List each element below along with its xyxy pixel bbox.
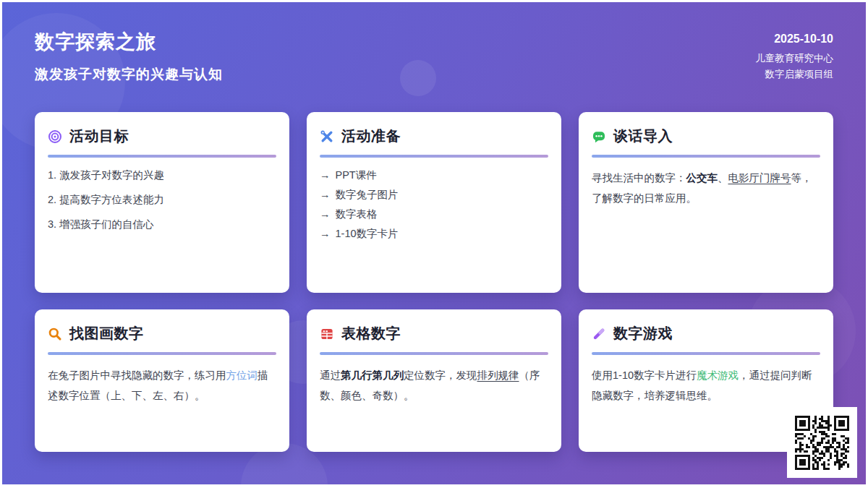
header-meta: 2025-10-10 儿童教育研究中心 数字启蒙项目组	[755, 33, 833, 82]
card-body: 使用1-10数字卡片进行魔术游戏，通过提问判断隐藏数字，培养逻辑思维。	[592, 365, 820, 406]
header: 数字探索之旅 激发孩子对数字的兴趣与认知	[35, 29, 223, 84]
table-icon	[320, 327, 334, 341]
card-body: 1. 激发孩子对数字的兴趣2. 提高数字方位表述能力3. 增强孩子们的自信心	[48, 168, 276, 232]
card-title: 表格数字	[341, 324, 401, 343]
text-segment-bold: 第几行第几列	[341, 369, 404, 381]
text-segment-underline: 电影厅门牌号	[728, 172, 791, 184]
card-title: 活动目标	[69, 127, 129, 146]
card-body: 在兔子图片中寻找隐藏的数字，练习用方位词描述数字位置（上、下、左、右）。	[48, 365, 276, 406]
card-body: →PPT课件→数字兔子图片→数字表格→1-10数字卡片	[320, 168, 548, 241]
card-paragraph: 通过第几行第几列定位数字，发现排列规律（序数、颜色、奇数）。	[320, 365, 548, 406]
arrow-icon: →	[320, 189, 331, 200]
org-line-1: 儿童教育研究中心	[755, 51, 833, 67]
card-title: 谈话导入	[613, 127, 673, 146]
card-divider	[48, 155, 276, 158]
text-segment-bold: 公交车	[686, 172, 718, 184]
decorative-circle	[400, 60, 436, 96]
target-icon	[48, 129, 62, 144]
chat-icon	[592, 129, 606, 144]
text-segment-blue: 方位词	[226, 369, 258, 381]
arrow-icon: →	[320, 169, 331, 181]
card-header: 活动目标	[48, 127, 276, 146]
card-paragraph: 使用1-10数字卡片进行魔术游戏，通过提问判断隐藏数字，培养逻辑思维。	[592, 365, 820, 406]
card-title: 数字游戏	[613, 324, 673, 343]
tools-icon	[320, 129, 334, 144]
card-title: 活动准备	[341, 127, 401, 146]
card-goals: 活动目标1. 激发孩子对数字的兴趣2. 提高数字方位表述能力3. 增强孩子们的自…	[35, 112, 289, 293]
card-header: 谈话导入	[592, 127, 820, 146]
cards-grid: 活动目标1. 激发孩子对数字的兴趣2. 提高数字方位表述能力3. 增强孩子们的自…	[35, 112, 833, 452]
page-title: 数字探索之旅	[35, 29, 223, 55]
list-item: 1. 激发孩子对数字的兴趣	[48, 168, 276, 183]
card-divider	[592, 155, 820, 158]
arrow-icon: →	[320, 208, 331, 220]
list-item: →PPT课件	[320, 168, 548, 183]
card-talk-intro: 谈话导入寻找生活中的数字：公交车、电影厅门牌号等，了解数字的日常应用。	[579, 112, 833, 293]
card-header: 活动准备	[320, 127, 548, 146]
card-divider	[48, 352, 276, 355]
text-segment: 通过	[320, 369, 341, 381]
card-divider	[320, 352, 548, 355]
list-item: →1-10数字卡片	[320, 226, 548, 241]
text-segment: 定位数字，发现	[404, 369, 477, 381]
text-segment-green: 魔术游戏	[697, 369, 739, 381]
page-subtitle: 激发孩子对数字的兴趣与认知	[35, 65, 223, 84]
card-paragraph: 在兔子图片中寻找隐藏的数字，练习用方位词描述数字位置（上、下、左、右）。	[48, 365, 276, 406]
text-segment: 寻找生活中的数字：	[592, 172, 686, 184]
card-header: 找图画数字	[48, 324, 276, 343]
list-item: 3. 增强孩子们的自信心	[48, 217, 276, 232]
card-body: 通过第几行第几列定位数字，发现排列规律（序数、颜色、奇数）。	[320, 365, 548, 406]
magnifier-icon	[48, 327, 62, 341]
list-item: →数字表格	[320, 207, 548, 222]
card-divider	[592, 352, 820, 355]
list-item: 2. 提高数字方位表述能力	[48, 192, 276, 207]
list-item: →数字兔子图片	[320, 187, 548, 202]
text-segment: 使用1-10数字卡片进行	[592, 369, 697, 381]
pen-icon	[592, 327, 606, 341]
card-prep: 活动准备→PPT课件→数字兔子图片→数字表格→1-10数字卡片	[307, 112, 561, 293]
org-line-2: 数字启蒙项目组	[755, 67, 833, 82]
date-label: 2025-10-10	[755, 33, 833, 46]
card-table-numbers: 表格数字通过第几行第几列定位数字，发现排列规律（序数、颜色、奇数）。	[307, 309, 561, 452]
card-body: 寻找生活中的数字：公交车、电影厅门牌号等，了解数字的日常应用。	[592, 168, 820, 208]
card-header: 表格数字	[320, 324, 548, 343]
text-segment: 、	[718, 172, 728, 184]
text-segment-underline: 排列规律	[477, 369, 519, 381]
text-segment: 在兔子图片中寻找隐藏的数字，练习用	[48, 369, 226, 381]
qr-code	[787, 407, 857, 478]
arrow-icon: →	[320, 228, 331, 239]
card-divider	[320, 155, 548, 158]
card-title: 找图画数字	[69, 324, 144, 343]
card-find-picture-numbers: 找图画数字在兔子图片中寻找隐藏的数字，练习用方位词描述数字位置（上、下、左、右）…	[35, 309, 289, 452]
card-header: 数字游戏	[592, 324, 820, 343]
card-paragraph: 寻找生活中的数字：公交车、电影厅门牌号等，了解数字的日常应用。	[592, 168, 820, 208]
slide-background: 数字探索之旅 激发孩子对数字的兴趣与认知 2025-10-10 儿童教育研究中心…	[2, 2, 866, 484]
